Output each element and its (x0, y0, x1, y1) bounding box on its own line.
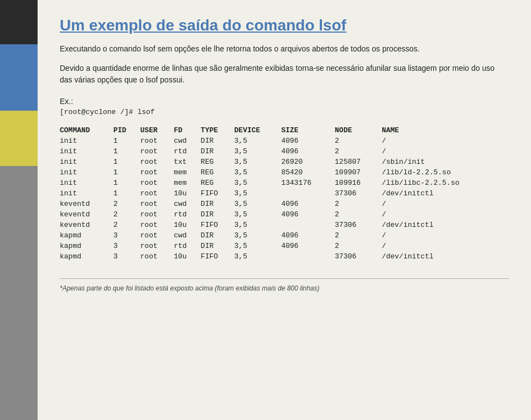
table-cell-10-6: 4096 (281, 241, 335, 251)
table-cell-9-1: 3 (113, 230, 140, 241)
table-cell-1-7: 2 (335, 146, 382, 157)
table-cell-1-0: init (60, 146, 113, 157)
main-content: Um exemplo de saída do comando lsof Exec… (38, 0, 531, 309)
table-cell-11-3: 10u (174, 251, 201, 262)
table-cell-1-5: 3,5 (235, 146, 282, 157)
table-cell-8-8: /dev/initctl (382, 220, 509, 230)
table-cell-3-8: /lib/ld-2.2.5.so (382, 167, 509, 178)
table-cell-7-3: rtd (174, 209, 201, 220)
table-cell-0-6: 4096 (281, 136, 335, 146)
table-cell-1-3: rtd (174, 146, 201, 157)
table-cell-6-1: 2 (113, 199, 140, 209)
table-cell-2-2: root (140, 157, 174, 167)
sidebar-block-dark (0, 0, 38, 44)
table-row: keventd2rootrtdDIR3,540962/ (60, 209, 509, 220)
table-cell-3-7: 109907 (335, 167, 382, 178)
table-cell-2-5: 3,5 (235, 157, 282, 167)
table-cell-5-8: /dev/initctl (382, 188, 509, 199)
table-cell-10-1: 3 (113, 241, 140, 251)
page-title: Um exemplo de saída do comando lsof (60, 17, 509, 34)
table-cell-8-4: FIFO (201, 220, 235, 230)
table-cell-0-8: / (382, 136, 509, 146)
table-cell-11-5: 3,5 (235, 251, 282, 262)
table-cell-4-4: REG (201, 178, 235, 188)
table-cell-9-0: kapmd (60, 230, 113, 241)
col-header-type: TYPE (201, 125, 235, 136)
command-example: [root@cyclone /]# lsof (60, 108, 509, 116)
table-cell-0-5: 3,5 (235, 136, 282, 146)
table-cell-9-3: cwd (174, 230, 201, 241)
table-cell-2-4: REG (201, 157, 235, 167)
table-row: init1root10uFIFO3,537306/dev/initctl (60, 188, 509, 199)
sidebar-block-gray (0, 166, 38, 420)
table-cell-3-0: init (60, 167, 113, 178)
table-cell-3-6: 85420 (281, 167, 335, 178)
table-cell-0-7: 2 (335, 136, 382, 146)
table-cell-5-7: 37306 (335, 188, 382, 199)
table-cell-11-8: /dev/initctl (382, 251, 509, 262)
col-header-fd: FD (174, 125, 201, 136)
table-cell-5-5: 3,5 (235, 188, 282, 199)
table-cell-5-0: init (60, 188, 113, 199)
table-row: init1rootmemREG3,585420109907/lib/ld-2.2… (60, 167, 509, 178)
table-row: keventd2rootcwdDIR3,540962/ (60, 199, 509, 209)
col-header-pid: PID (113, 125, 140, 136)
table-cell-4-1: 1 (113, 178, 140, 188)
table-cell-6-5: 3,5 (235, 199, 282, 209)
table-cell-4-5: 3,5 (235, 178, 282, 188)
table-cell-1-4: DIR (201, 146, 235, 157)
table-cell-9-4: DIR (201, 230, 235, 241)
table-cell-6-3: cwd (174, 199, 201, 209)
table-cell-10-8: / (382, 241, 509, 251)
table-cell-3-2: root (140, 167, 174, 178)
table-cell-6-8: / (382, 199, 509, 209)
col-header-node: NODE (335, 125, 382, 136)
table-cell-4-0: init (60, 178, 113, 188)
table-cell-9-8: / (382, 230, 509, 241)
table-row: init1rootmemREG3,51343176109916/lib/libc… (60, 178, 509, 188)
table-cell-11-6 (281, 251, 335, 262)
table-cell-7-6: 4096 (281, 209, 335, 220)
table-cell-4-3: mem (174, 178, 201, 188)
table-cell-10-5: 3,5 (235, 241, 282, 251)
table-row: kapmd3rootcwdDIR3,540962/ (60, 230, 509, 241)
table-cell-7-7: 2 (335, 209, 382, 220)
table-cell-6-2: root (140, 199, 174, 209)
table-cell-0-2: root (140, 136, 174, 146)
table-cell-0-0: init (60, 136, 113, 146)
table-cell-7-0: keventd (60, 209, 113, 220)
table-cell-10-3: rtd (174, 241, 201, 251)
table-cell-8-3: 10u (174, 220, 201, 230)
description-paragraph: Devido a quantidade enorme de linhas que… (60, 63, 509, 86)
table-cell-10-2: root (140, 241, 174, 251)
table-cell-5-2: root (140, 188, 174, 199)
table-cell-8-2: root (140, 220, 174, 230)
table-cell-9-7: 2 (335, 230, 382, 241)
table-cell-6-6: 4096 (281, 199, 335, 209)
table-cell-4-6: 1343176 (281, 178, 335, 188)
table-cell-0-4: DIR (201, 136, 235, 146)
table-cell-0-3: cwd (174, 136, 201, 146)
table-cell-9-2: root (140, 230, 174, 241)
table-cell-6-7: 2 (335, 199, 382, 209)
table-cell-8-7: 37306 (335, 220, 382, 230)
table-cell-1-1: 1 (113, 146, 140, 157)
table-cell-2-8: /sbin/init (382, 157, 509, 167)
table-cell-9-5: 3,5 (235, 230, 282, 241)
table-cell-3-5: 3,5 (235, 167, 282, 178)
table-cell-3-1: 1 (113, 167, 140, 178)
table-cell-2-7: 125807 (335, 157, 382, 167)
col-header-size: SIZE (281, 125, 335, 136)
table-header-row: COMMAND PID USER FD TYPE DEVICE SIZE NOD… (60, 125, 509, 136)
col-header-user: USER (140, 125, 174, 136)
table-cell-6-0: keventd (60, 199, 113, 209)
sidebar-block-yellow (0, 111, 38, 166)
table-cell-1-2: root (140, 146, 174, 157)
table-cell-11-7: 37306 (335, 251, 382, 262)
table-cell-11-2: root (140, 251, 174, 262)
col-header-name: NAME (382, 125, 509, 136)
table-cell-8-6 (281, 220, 335, 230)
table-cell-5-4: FIFO (201, 188, 235, 199)
lsof-table: COMMAND PID USER FD TYPE DEVICE SIZE NOD… (60, 125, 509, 262)
table-cell-11-4: FIFO (201, 251, 235, 262)
